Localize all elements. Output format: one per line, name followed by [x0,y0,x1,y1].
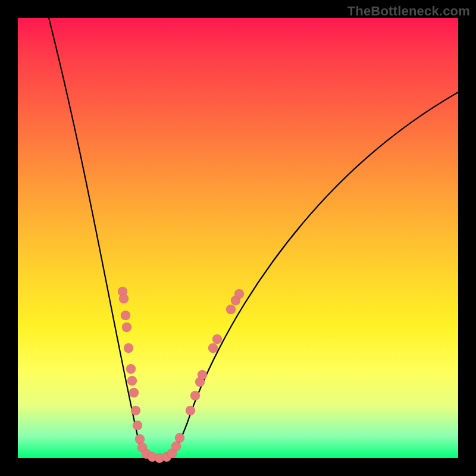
bottleneck-curve-right [164,92,458,458]
plot-area [18,18,458,458]
scatter-dot [212,334,222,344]
scatter-dot [131,406,140,415]
scatter-dot [190,391,200,400]
watermark-text: TheBottleneck.com [347,4,470,19]
scatter-dot [127,376,137,386]
scatter-dot [175,433,184,443]
scatter-dot [129,388,139,397]
scatter-dot [171,441,181,451]
scatter-dot [122,322,131,332]
scatter-dot [126,364,136,374]
scatter-dot [208,343,218,353]
chart-frame: TheBottleneck.com [0,0,476,476]
scatter-dot [226,305,236,314]
scatter-dot [121,311,130,320]
bottleneck-curve-left [49,18,164,458]
scatter-dot [186,406,195,415]
scatter-dot [234,289,244,299]
scatter-dot [133,421,142,430]
scatter-dot [135,434,145,444]
scatter-dot [124,343,133,353]
chart-svg [18,18,458,458]
scatter-dots [118,287,244,463]
scatter-dot [119,294,129,303]
scatter-dot [198,370,207,380]
